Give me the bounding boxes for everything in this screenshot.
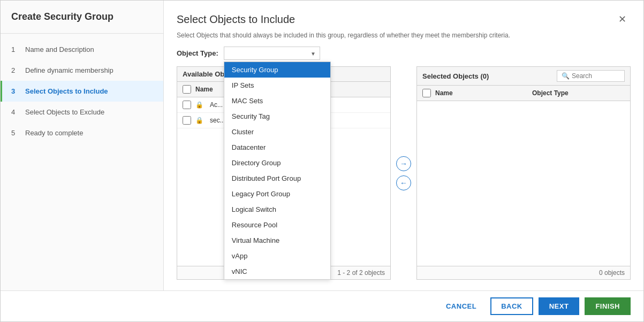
dialog-body: Create Security Group 1 Name and Descrip… [1,1,643,290]
close-button[interactable]: ✕ [614,11,631,27]
dropdown-option-virtual-machine[interactable]: Virtual Machine [224,233,330,248]
sidebar-item-ready-to-complete[interactable]: 5 Ready to complete [1,122,163,143]
selected-objects-col-header: Name Object Type [417,86,630,101]
selected-objects-panel: Selected Objects (0) 🔍 Name Object Type … [416,66,631,280]
step-2-number: 2 [11,66,20,74]
move-left-button[interactable]: ← [396,175,411,190]
dropdown-option-legacy-port-group[interactable]: Legacy Port Group [224,186,330,202]
object-type-label: Object Type: [177,49,218,57]
subtitle-text: Select Objects that should always be inc… [177,32,631,39]
dropdown-option-datacenter[interactable]: Datacenter [224,140,330,155]
selected-objects-table-body [417,101,630,266]
sidebar-item-dynamic-membership[interactable]: 2 Define dynamic membership [1,60,163,81]
main-content-area: Select Objects to Include ✕ Select Objec… [164,1,643,290]
dropdown-option-security-group[interactable]: Security Group [224,62,330,78]
selected-objects-footer: 0 objects [417,266,630,279]
main-header: Select Objects to Include ✕ [177,11,631,27]
dropdown-option-resource-pool[interactable]: Resource Pool [224,217,330,233]
sidebar-item-label-5: Ready to complete [25,129,83,137]
finish-button[interactable]: FINISH [585,297,631,315]
dropdown-option-security-tag[interactable]: Security Tag [224,109,330,124]
step-3-number: 3 [11,87,20,95]
back-button[interactable]: BACK [490,297,533,315]
lock-icon-1: 🔒 [195,101,203,109]
object-type-dropdown-wrapper: ▼ Security Group IP Sets MAC Sets Securi… [224,47,320,60]
step-1-number: 1 [11,45,20,53]
next-button[interactable]: NEXT [539,297,580,315]
search-input[interactable] [572,72,620,80]
dropdown-option-logical-switch[interactable]: Logical Switch [224,202,330,217]
main-title: Select Objects to Include [177,13,295,26]
sidebar-item-label-1: Name and Description [25,45,94,53]
selected-col-name: Name [435,89,528,97]
object-type-dropdown-menu: Security Group IP Sets MAC Sets Security… [224,62,331,280]
available-objects-select-all[interactable] [183,85,191,94]
dropdown-option-cluster[interactable]: Cluster [224,124,330,140]
sidebar-item-label-2: Define dynamic membership [25,66,113,74]
object-type-select[interactable] [224,47,320,60]
sidebar-item-select-include[interactable]: 3 Select Objects to Include [1,81,163,102]
transfer-arrows-area: → ← [391,66,416,280]
dropdown-option-distributed-port-group[interactable]: Distributed Port Group [224,171,330,186]
lock-icon-2: 🔒 [195,117,203,124]
selected-objects-select-all[interactable] [422,89,431,97]
dropdown-option-vnic[interactable]: vNIC [224,264,330,279]
row-checkbox-2[interactable] [183,116,191,125]
sidebar-title: Create Security Group [1,11,163,34]
object-type-row: Object Type: ▼ Security Group IP Sets MA… [177,47,631,60]
dropdown-option-directory-group[interactable]: Directory Group [224,155,330,171]
dropdown-option-mac-sets[interactable]: MAC Sets [224,93,330,109]
dropdown-option-ip-sets[interactable]: IP Sets [224,78,330,93]
row-checkbox-1[interactable] [183,101,191,109]
sidebar-item-select-exclude[interactable]: 4 Select Objects to Exclude [1,102,163,122]
selected-col-type: Object Type [532,89,625,97]
create-security-group-dialog: Create Security Group 1 Name and Descrip… [0,0,644,322]
search-box: 🔍 [557,70,625,82]
move-right-button[interactable]: → [396,156,411,171]
selected-objects-title: Selected Objects (0) [422,72,489,80]
sidebar-item-label-3: Select Objects to Include [25,87,108,95]
sidebar: Create Security Group 1 Name and Descrip… [1,1,164,290]
dropdown-option-vapp[interactable]: vApp [224,248,330,264]
step-5-number: 5 [11,129,20,137]
sidebar-item-label-4: Select Objects to Exclude [25,108,104,116]
selected-objects-header: Selected Objects (0) 🔍 [417,67,630,86]
cancel-button[interactable]: CANCEL [437,298,485,315]
search-icon: 🔍 [562,72,570,80]
sidebar-item-name-description[interactable]: 1 Name and Description [1,39,163,60]
step-4-number: 4 [11,108,20,116]
dialog-footer: CANCEL BACK NEXT FINISH [1,290,643,321]
